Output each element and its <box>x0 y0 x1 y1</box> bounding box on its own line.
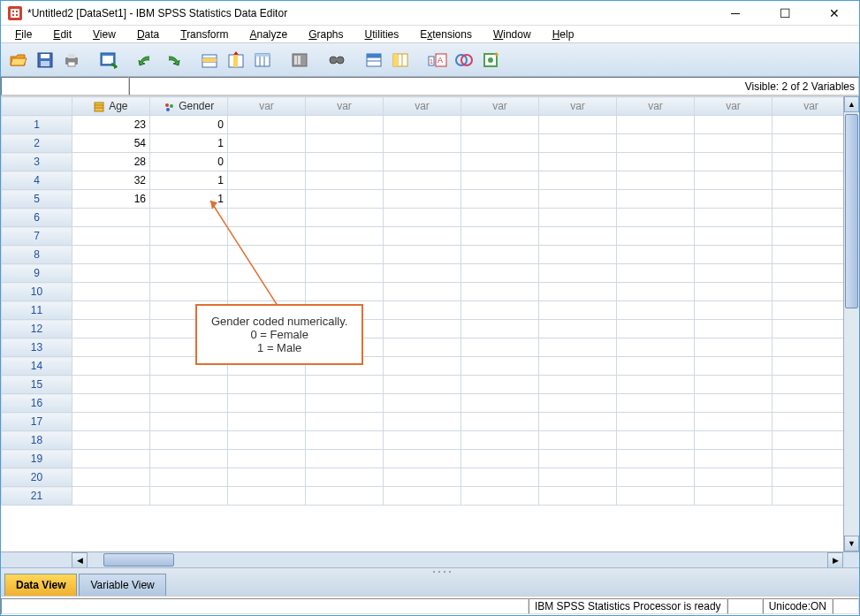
menu-window[interactable]: Window <box>484 27 540 42</box>
data-cell[interactable] <box>772 431 844 450</box>
data-cell[interactable] <box>461 413 539 431</box>
data-cell[interactable] <box>772 487 844 506</box>
data-cell[interactable] <box>228 450 306 468</box>
data-cell[interactable] <box>384 338 461 357</box>
column-header-empty[interactable]: var <box>772 97 844 116</box>
data-cell[interactable] <box>539 227 617 246</box>
data-cell[interactable] <box>384 116 461 134</box>
data-cell[interactable] <box>772 394 844 413</box>
data-cell[interactable] <box>150 246 228 264</box>
data-cell[interactable] <box>695 116 772 134</box>
data-cell[interactable] <box>617 431 695 450</box>
data-cell[interactable] <box>695 171 772 190</box>
data-cell[interactable] <box>306 116 384 134</box>
data-cell[interactable] <box>72 320 150 338</box>
data-cell[interactable] <box>150 376 228 394</box>
menu-data[interactable]: Data <box>128 27 168 42</box>
data-cell[interactable] <box>228 376 306 394</box>
column-header-gender[interactable]: Gender <box>150 97 228 116</box>
data-cell[interactable] <box>695 487 772 506</box>
vertical-scrollbar[interactable]: ▲ ▼ <box>843 96 859 551</box>
data-cell[interactable]: 1 <box>150 190 228 209</box>
data-cell[interactable] <box>539 357 617 376</box>
row-header[interactable]: 7 <box>2 227 72 246</box>
data-cell[interactable] <box>695 413 772 431</box>
data-cell[interactable] <box>617 264 695 283</box>
data-cell[interactable] <box>539 320 617 338</box>
data-cell[interactable] <box>461 301 539 320</box>
data-cell[interactable] <box>384 171 461 190</box>
data-cell[interactable] <box>772 264 844 283</box>
data-cell[interactable] <box>695 320 772 338</box>
data-cell[interactable] <box>72 413 150 431</box>
scroll-right-button[interactable]: ▶ <box>827 552 843 568</box>
data-cell[interactable] <box>539 190 617 209</box>
data-cell[interactable] <box>384 264 461 283</box>
data-cell[interactable] <box>306 450 384 468</box>
column-header-empty[interactable]: var <box>228 97 306 116</box>
horizontal-scrollbar[interactable]: ◀ ▶ <box>1 551 859 567</box>
data-cell[interactable] <box>306 190 384 209</box>
data-cell[interactable] <box>306 134 384 153</box>
data-cell[interactable] <box>150 264 228 283</box>
data-cell[interactable] <box>539 116 617 134</box>
column-header-empty[interactable]: var <box>306 97 384 116</box>
data-cell[interactable] <box>306 264 384 283</box>
data-cell[interactable] <box>461 357 539 376</box>
data-cell[interactable] <box>539 413 617 431</box>
save-button[interactable] <box>33 48 57 72</box>
hscroll-thumb[interactable] <box>103 553 174 567</box>
column-header-empty[interactable]: var <box>539 97 617 116</box>
data-cell[interactable] <box>461 487 539 506</box>
tab-variable-view[interactable]: Variable View <box>79 574 165 596</box>
data-cell[interactable] <box>384 153 461 171</box>
data-cell[interactable] <box>539 431 617 450</box>
data-cell[interactable] <box>772 357 844 376</box>
data-cell[interactable] <box>384 394 461 413</box>
data-cell[interactable] <box>384 301 461 320</box>
data-cell[interactable] <box>150 394 228 413</box>
data-cell[interactable] <box>228 468 306 487</box>
row-header[interactable]: 18 <box>2 431 72 450</box>
goto-variable-button[interactable] <box>224 48 248 72</box>
data-cell[interactable] <box>150 209 228 227</box>
row-header[interactable]: 13 <box>2 338 72 357</box>
data-cell[interactable] <box>150 468 228 487</box>
data-cell[interactable] <box>384 487 461 506</box>
data-cell[interactable] <box>617 357 695 376</box>
data-cell[interactable] <box>306 227 384 246</box>
data-cell[interactable] <box>617 227 695 246</box>
data-cell[interactable] <box>72 227 150 246</box>
data-cell[interactable] <box>461 264 539 283</box>
data-cell[interactable] <box>306 413 384 431</box>
data-cell[interactable] <box>617 190 695 209</box>
data-cell[interactable] <box>461 450 539 468</box>
data-cell[interactable] <box>384 413 461 431</box>
weight-cases-button[interactable] <box>452 48 476 72</box>
scroll-thumb[interactable] <box>845 114 858 308</box>
data-cell[interactable] <box>306 153 384 171</box>
menu-analyze[interactable]: Analyze <box>240 27 296 42</box>
data-cell[interactable] <box>384 468 461 487</box>
row-header[interactable]: 4 <box>2 171 72 190</box>
data-cell[interactable] <box>617 171 695 190</box>
column-header-empty[interactable]: var <box>617 97 695 116</box>
row-header[interactable]: 10 <box>2 283 72 301</box>
data-cell[interactable] <box>72 450 150 468</box>
data-cell[interactable] <box>695 190 772 209</box>
redo-button[interactable] <box>160 48 185 72</box>
maximize-button[interactable]: ☐ <box>767 4 803 22</box>
data-cell[interactable] <box>772 171 844 190</box>
scroll-left-button[interactable]: ◀ <box>72 552 88 568</box>
data-cell[interactable] <box>539 394 617 413</box>
data-cell[interactable]: 0 <box>150 116 228 134</box>
menu-utilities[interactable]: Utilities <box>356 27 408 42</box>
row-header[interactable]: 9 <box>2 264 72 283</box>
data-cell[interactable] <box>617 338 695 357</box>
data-cell[interactable] <box>772 338 844 357</box>
data-cell[interactable] <box>617 450 695 468</box>
data-cell[interactable] <box>695 431 772 450</box>
data-cell[interactable] <box>384 320 461 338</box>
data-cell[interactable] <box>772 301 844 320</box>
data-cell[interactable] <box>461 227 539 246</box>
